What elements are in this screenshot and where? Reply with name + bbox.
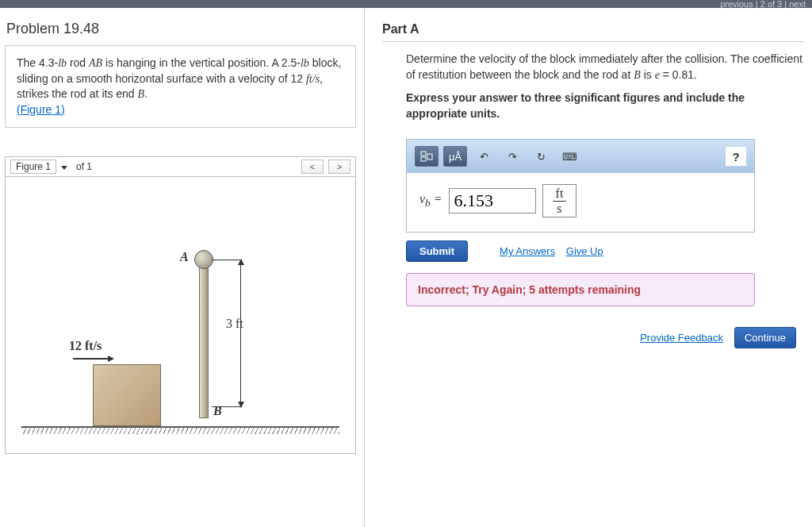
left-pane: Problem 19.48 The 4.3-lb rod AB is hangi… bbox=[0, 8, 365, 527]
template-button[interactable] bbox=[415, 146, 439, 167]
value-input[interactable] bbox=[449, 188, 536, 213]
figure-label: Figure 1 bbox=[10, 160, 56, 174]
prompt-text: The 4.3-lb rod AB is hanging in the vert… bbox=[17, 56, 341, 100]
answer-box: μÅ ↶ ↷ ↻ ⌨ ? vb = ft s bbox=[406, 139, 755, 233]
unit-denominator: s bbox=[557, 202, 561, 215]
problem-title: Problem 19.48 bbox=[5, 17, 356, 45]
svg-rect-2 bbox=[427, 154, 432, 160]
block-shape bbox=[93, 364, 161, 426]
units-button[interactable]: μÅ bbox=[443, 146, 467, 167]
footer-row: Provide Feedback Continue bbox=[382, 327, 796, 348]
keyboard-button[interactable]: ⌨ bbox=[557, 146, 581, 167]
right-pane: Part A Determine the velocity of the blo… bbox=[365, 8, 812, 527]
figure-dropdown[interactable] bbox=[61, 161, 70, 173]
figure-link[interactable]: (Figure 1) bbox=[17, 103, 65, 116]
ground-hatch bbox=[21, 426, 339, 434]
chevron-down-icon bbox=[61, 166, 67, 170]
redo-button[interactable]: ↷ bbox=[500, 146, 524, 167]
pivot-icon bbox=[194, 250, 213, 269]
submit-row: Submit My Answers Give Up bbox=[406, 240, 804, 262]
my-answers-link[interactable]: My Answers bbox=[500, 245, 555, 257]
rod-shape bbox=[199, 260, 209, 418]
submit-button[interactable]: Submit bbox=[406, 240, 468, 262]
instruction-text: Express your answer to three significant… bbox=[406, 90, 802, 121]
figure-header: Figure 1 of 1 < > bbox=[5, 156, 356, 176]
unit-box[interactable]: ft s bbox=[542, 184, 577, 217]
figure-count: of 1 bbox=[75, 161, 94, 172]
continue-button[interactable]: Continue bbox=[734, 327, 796, 348]
part-heading: Part A bbox=[382, 22, 804, 42]
figure-prev-button[interactable]: < bbox=[301, 160, 324, 174]
reset-button[interactable]: ↻ bbox=[529, 146, 553, 167]
nav-text: previous | 2 of 3 | next bbox=[720, 0, 806, 8]
question-text: Determine the velocity of the block imme… bbox=[406, 52, 802, 83]
figure-next-button[interactable]: > bbox=[328, 160, 350, 174]
undo-button[interactable]: ↶ bbox=[472, 146, 496, 167]
answer-links: My Answers Give Up bbox=[500, 245, 611, 257]
svg-rect-0 bbox=[421, 152, 426, 156]
top-nav-bar: previous | 2 of 3 | next bbox=[0, 0, 812, 8]
answer-toolbar: μÅ ↶ ↷ ↻ ⌨ ? bbox=[407, 140, 754, 173]
velocity-label: 12 ft/s bbox=[69, 339, 102, 353]
give-up-link[interactable]: Give Up bbox=[566, 245, 603, 257]
feedback-message: Incorrect; Try Again; 5 attempts remaini… bbox=[406, 273, 755, 306]
part-body: Determine the velocity of the block imme… bbox=[382, 52, 804, 121]
dimension-line bbox=[240, 260, 241, 407]
help-button[interactable]: ? bbox=[726, 147, 746, 166]
velocity-arrow-icon bbox=[73, 358, 113, 360]
variable-label: vb = bbox=[419, 192, 442, 210]
answer-input-row: vb = ft s bbox=[407, 173, 754, 232]
point-a-label: A bbox=[180, 250, 189, 264]
main-layout: Problem 19.48 The 4.3-lb rod AB is hangi… bbox=[0, 8, 812, 527]
provide-feedback-link[interactable]: Provide Feedback bbox=[640, 332, 723, 344]
fraction-icon bbox=[420, 151, 433, 162]
problem-prompt: The 4.3-lb rod AB is hanging in the vert… bbox=[5, 45, 356, 128]
figure-canvas: 12 ft/s A B 3 ft bbox=[5, 176, 356, 454]
unit-numerator: ft bbox=[553, 187, 567, 202]
length-label: 3 ft bbox=[226, 317, 243, 331]
svg-rect-1 bbox=[421, 157, 426, 161]
